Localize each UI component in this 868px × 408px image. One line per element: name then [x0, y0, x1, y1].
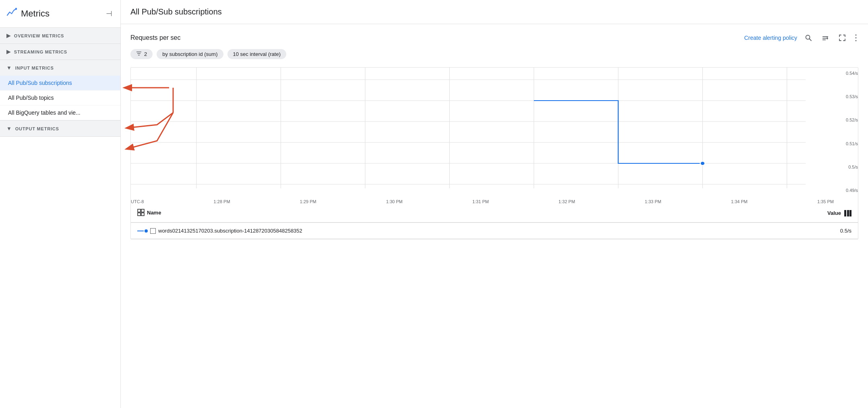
chart-area: UTC-8 1:28 PM 1:29 PM 1:30 PM 1:31 PM 1:… [130, 67, 858, 239]
nav-section-header-streaming[interactable]: ▶ STREAMING METRICS [0, 44, 120, 60]
table-header-row: Name Value [131, 204, 858, 223]
series-indicator: words02141325170203.subscription-1412872… [137, 228, 726, 234]
table-cell-value: 0.5/s [733, 223, 858, 239]
legend-button[interactable] [820, 32, 831, 43]
svg-rect-29 [141, 209, 144, 212]
filter-subscription-label: by subscription id (sum) [162, 51, 217, 57]
main-content: All Pub/Sub subscriptions Requests per s… [121, 0, 868, 408]
x-label-132: 1:32 PM [558, 199, 575, 204]
chart-container: Requests per sec Create alerting policy [121, 24, 868, 408]
create-alerting-policy-link[interactable]: Create alerting policy [744, 35, 797, 41]
table-row: words02141325170203.subscription-1412872… [131, 223, 858, 239]
sidebar-logo: Metrics [6, 7, 50, 20]
sidebar-item-label-pubsub-subs: All Pub/Sub subscriptions [8, 80, 72, 86]
svg-rect-28 [138, 209, 141, 212]
svg-rect-30 [138, 213, 141, 216]
nav-section-streaming: ▶ STREAMING METRICS [0, 44, 120, 60]
search-button[interactable] [803, 32, 814, 43]
nav-section-overview: ▶ OVERVIEW METRICS [0, 28, 120, 44]
more-options-button[interactable] [854, 33, 858, 43]
chart-filters: 2 by subscription id (sum) 10 sec interv… [130, 49, 858, 59]
sidebar-item-pubsub-topics[interactable]: All Pub/Sub topics [0, 91, 120, 105]
filter-chip-interval[interactable]: 10 sec interval (rate) [227, 49, 287, 59]
svg-rect-33 [847, 210, 849, 216]
y-label-050: 0.5/s [836, 165, 858, 169]
page-title: All Pub/Sub subscriptions [121, 0, 868, 24]
chevron-down-icon-output: ▼ [6, 126, 12, 132]
fullscreen-button[interactable] [837, 32, 848, 43]
x-label-130: 1:30 PM [386, 199, 403, 204]
x-label-129: 1:29 PM [300, 199, 316, 204]
svg-rect-32 [844, 210, 846, 216]
svg-rect-31 [141, 213, 144, 216]
sidebar-item-pubsub-subs[interactable]: All Pub/Sub subscriptions [0, 76, 120, 91]
svg-rect-34 [849, 210, 851, 216]
y-label-049: 0.49/s [836, 188, 858, 193]
chart-svg [131, 68, 834, 196]
filter-interval-label: 10 sec interval (rate) [233, 51, 281, 57]
value-column-label: Value [827, 210, 841, 216]
svg-point-9 [856, 37, 857, 39]
name-column-label: Name [147, 210, 161, 216]
sidebar-collapse-button[interactable]: ⊣ [104, 8, 114, 20]
x-label-128: 1:28 PM [214, 199, 230, 204]
chevron-right-icon-streaming: ▶ [6, 49, 11, 55]
data-table: Name Value [131, 204, 858, 239]
nav-section-header-overview[interactable]: ▶ OVERVIEW METRICS [0, 28, 120, 43]
chart-title-row: Requests per sec Create alerting policy [130, 32, 858, 43]
y-label-051: 0.51/s [836, 141, 858, 146]
chevron-right-icon: ▶ [6, 33, 11, 39]
chart-actions: Create alerting policy [744, 32, 858, 43]
nav-section-label-output: OUTPUT METRICS [15, 126, 59, 131]
y-label-052: 0.52/s [836, 117, 858, 122]
x-label-135: 1:35 PM [817, 199, 834, 204]
column-header-value: Value [733, 204, 858, 223]
filter-chip-subscription[interactable]: by subscription id (sum) [157, 49, 223, 59]
sidebar-item-label-pubsub-topics: All Pub/Sub topics [8, 95, 54, 101]
y-axis-labels: 0.54/s 0.53/s 0.52/s 0.51/s 0.5/s 0.49/s [834, 68, 858, 204]
chart-title: Requests per sec [130, 34, 181, 41]
series-line-indicator [137, 229, 148, 233]
svg-line-4 [810, 39, 812, 41]
chevron-down-icon-input: ▼ [6, 65, 12, 71]
data-point [700, 161, 705, 165]
sidebar: Metrics ⊣ ▶ OVERVIEW METRICS ▶ STREAMING… [0, 0, 121, 408]
table-cell-name: words02141325170203.subscription-1412872… [131, 223, 733, 239]
sidebar-title: Metrics [21, 8, 50, 19]
sidebar-header: Metrics ⊣ [0, 0, 120, 28]
nav-section-output: ▼ OUTPUT METRICS [0, 121, 120, 137]
x-label-utc: UTC-8 [131, 199, 144, 204]
nav-section-label-overview: OVERVIEW METRICS [14, 33, 64, 38]
table-icon [137, 209, 145, 216]
nav-section-header-output[interactable]: ▼ OUTPUT METRICS [0, 121, 120, 136]
nav-section-label-streaming: STREAMING METRICS [14, 49, 67, 54]
column-settings-icon[interactable] [844, 210, 851, 216]
svg-point-10 [856, 40, 857, 41]
nav-section-label-input: INPUT METRICS [15, 66, 54, 70]
x-label-133: 1:33 PM [645, 199, 661, 204]
x-label-134: 1:34 PM [731, 199, 748, 204]
metrics-logo-icon [6, 7, 17, 20]
name-column-header: Name [137, 209, 161, 216]
nav-section-header-input[interactable]: ▼ INPUT METRICS [0, 60, 120, 76]
y-label-054: 0.54/s [836, 71, 858, 76]
filter-icon-lines [136, 51, 142, 57]
filter-count-label: 2 [144, 51, 147, 57]
subscription-name: words02141325170203.subscription-1412872… [158, 228, 302, 234]
column-header-name: Name [131, 204, 733, 223]
filter-chip-count[interactable]: 2 [130, 49, 153, 59]
sidebar-item-bigquery[interactable]: All BigQuery tables and vie... [0, 105, 120, 120]
svg-point-8 [856, 35, 857, 36]
nav-section-input: ▼ INPUT METRICS All Pub/Sub subscription… [0, 60, 120, 121]
x-axis-labels: UTC-8 1:28 PM 1:29 PM 1:30 PM 1:31 PM 1:… [131, 198, 834, 204]
y-label-053: 0.53/s [836, 94, 858, 99]
series-checkbox[interactable] [150, 228, 156, 234]
sidebar-item-label-bigquery: All BigQuery tables and vie... [8, 109, 81, 116]
series-line [137, 231, 144, 231]
x-label-131: 1:31 PM [472, 199, 489, 204]
series-dot [145, 229, 148, 233]
